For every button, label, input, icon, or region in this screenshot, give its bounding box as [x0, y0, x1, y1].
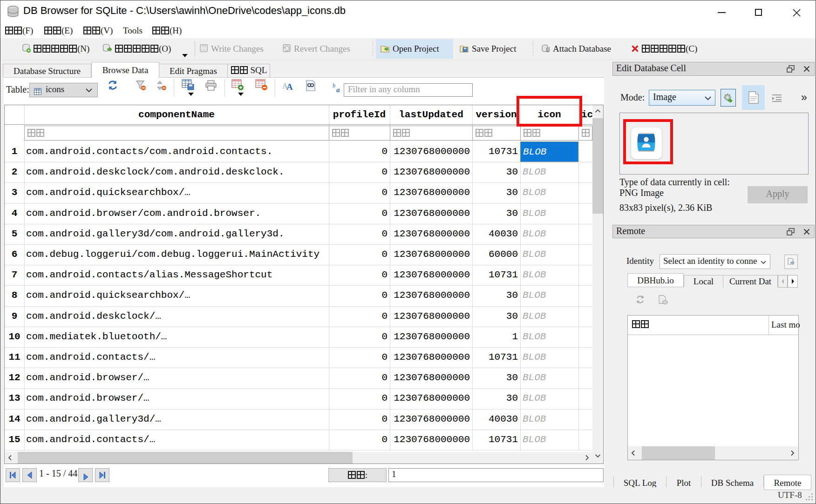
svg-text:a: a: [336, 86, 340, 93]
svg-text:A: A: [286, 82, 293, 91]
svg-text:b: b: [333, 83, 335, 89]
